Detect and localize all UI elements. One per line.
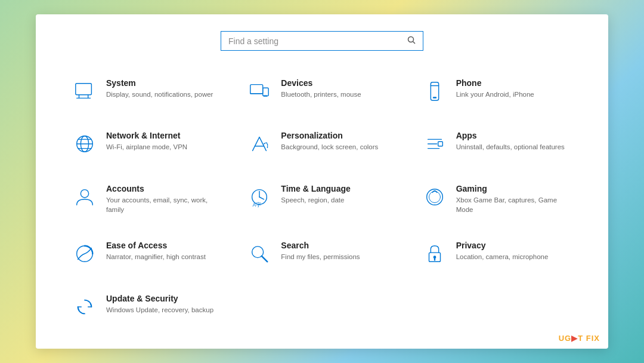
setting-text-update: Update & Security Windows Update, recove… [106,294,213,315]
setting-item-system[interactable]: System Display, sound, notifications, po… [60,69,234,121]
setting-item-update[interactable]: Update & Security Windows Update, recove… [60,284,234,337]
setting-text-phone: Phone Link your Android, iPhone [456,78,534,99]
setting-desc-apps: Uninstall, defaults, optional features [456,142,565,152]
setting-text-time: Time & Language Speech, region, date [281,184,350,205]
setting-text-search: Search Find my files, permissions [281,241,360,262]
setting-item-ease[interactable]: Ease of Access Narrator, magnifier, high… [60,231,234,284]
setting-title-search: Search [281,241,360,250]
search-input[interactable] [228,36,405,46]
phone-icon [422,78,448,104]
setting-item-time[interactable]: A字 Time & Language Speech, region, date [234,174,409,232]
setting-text-personalization: Personalization Background, lock screen,… [281,131,378,152]
setting-text-privacy: Privacy Location, camera, microphone [456,241,549,262]
svg-line-1 [413,42,416,44]
setting-text-devices: Devices Bluetooth, printers, mouse [281,78,361,99]
svg-rect-22 [438,142,442,147]
setting-item-privacy[interactable]: Privacy Location, camera, microphone [410,231,584,284]
setting-desc-system: Display, sound, notifications, power [106,90,213,99]
setting-text-network: Network & Internet Wi-Fi, airplane mode,… [106,131,187,152]
setting-desc-personalization: Background, lock screen, colors [281,142,378,152]
setting-text-system: System Display, sound, notifications, po… [106,78,213,99]
settings-grid: System Display, sound, notifications, po… [60,69,584,337]
svg-rect-6 [250,85,263,94]
setting-desc-privacy: Location, camera, microphone [456,252,549,262]
setting-item-accounts[interactable]: Accounts Your accounts, email, sync, wor… [60,174,234,232]
setting-text-gaming: Gaming Xbox Game Bar, captures, Game Mod… [456,184,572,214]
setting-desc-devices: Bluetooth, printers, mouse [281,90,361,99]
setting-desc-search: Find my files, permissions [281,252,360,262]
setting-title-gaming: Gaming [456,184,572,193]
setting-title-system: System [106,78,213,88]
setting-desc-update: Windows Update, recovery, backup [106,305,213,315]
accounts-icon [72,184,98,210]
setting-title-devices: Devices [281,78,361,88]
setting-title-privacy: Privacy [456,241,549,250]
search-bar-container [221,31,423,51]
ease-icon [72,241,98,267]
setting-item-personalization[interactable]: Personalization Background, lock screen,… [234,121,409,174]
personalization-icon [246,131,273,157]
setting-title-phone: Phone [456,78,534,88]
setting-desc-accounts: Your accounts, email, sync, work, family [106,195,222,214]
setting-item-gaming[interactable]: Gaming Xbox Game Bar, captures, Game Mod… [410,174,584,232]
setting-title-time: Time & Language [281,184,350,193]
setting-item-apps[interactable]: Apps Uninstall, defaults, optional featu… [410,121,584,174]
setting-item-devices[interactable]: Devices Bluetooth, printers, mouse [234,69,409,121]
setting-desc-network: Wi-Fi, airplane mode, VPN [106,142,187,152]
search-icon [246,241,273,267]
svg-line-32 [262,256,268,262]
setting-title-ease: Ease of Access [106,241,206,250]
network-icon [72,131,98,157]
setting-title-update: Update & Security [106,294,213,303]
search-icon [407,36,416,46]
setting-text-apps: Apps Uninstall, defaults, optional featu… [456,131,565,152]
setting-title-personalization: Personalization [281,131,378,140]
search-bar[interactable] [221,31,423,51]
svg-line-26 [259,197,264,199]
svg-text:A字: A字 [253,202,262,208]
apps-icon [422,131,448,157]
update-icon [72,294,98,320]
setting-desc-gaming: Xbox Game Bar, captures, Game Mode [456,195,572,214]
watermark: UG▶T FIX [559,334,600,343]
setting-text-accounts: Accounts Your accounts, email, sync, wor… [106,184,222,214]
privacy-icon [422,241,448,267]
svg-point-23 [80,189,88,197]
system-icon [72,78,98,104]
time-icon: A字 [246,184,273,210]
settings-window: System Display, sound, notifications, po… [36,14,608,349]
setting-title-accounts: Accounts [106,184,222,193]
setting-title-network: Network & Internet [106,131,187,140]
setting-desc-time: Speech, region, date [281,195,350,205]
setting-item-network[interactable]: Network & Internet Wi-Fi, airplane mode,… [60,121,234,174]
gaming-icon [422,184,448,210]
setting-item-search[interactable]: Search Find my files, permissions [234,231,409,284]
svg-rect-7 [263,88,269,96]
devices-icon [246,78,273,104]
svg-rect-2 [76,84,92,95]
setting-desc-phone: Link your Android, iPhone [456,90,534,99]
setting-item-phone[interactable]: Phone Link your Android, iPhone [410,69,584,121]
svg-point-29 [429,191,440,202]
svg-point-0 [408,37,414,42]
setting-title-apps: Apps [456,131,565,140]
setting-desc-ease: Narrator, magnifier, high contrast [106,252,206,262]
setting-text-ease: Ease of Access Narrator, magnifier, high… [106,241,206,262]
